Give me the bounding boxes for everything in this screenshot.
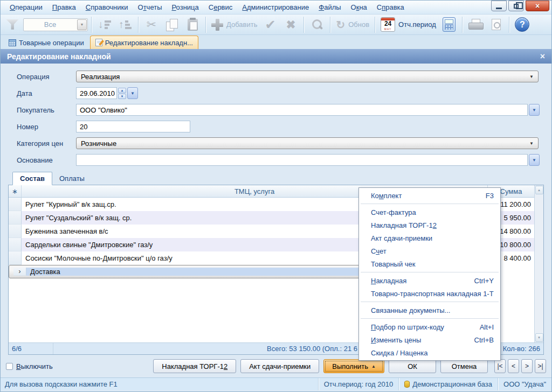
tab-edit-invoice[interactable]: Редактирование накладн... xyxy=(90,36,198,49)
add-button[interactable]: Добавить xyxy=(209,16,259,34)
paste-icon xyxy=(188,19,198,31)
detail-tabs: Состав Оплаты xyxy=(12,171,551,185)
execute-button[interactable]: Выполнить▲ xyxy=(323,359,384,373)
number-field[interactable]: 20 xyxy=(76,121,190,132)
menu-item[interactable]: Акт сдачи-приемки xyxy=(359,232,500,244)
menu-item[interactable]: Счет-фактура xyxy=(359,206,500,219)
record-navigation: |<<>>| xyxy=(494,359,546,373)
report-period-button[interactable]: 24MAY Отч.период xyxy=(378,16,438,34)
operation-select[interactable]: Реализация ▼ xyxy=(76,71,539,82)
restore-button[interactable] xyxy=(508,1,524,11)
menubar-item[interactable]: Окна xyxy=(346,2,372,12)
menubar-item[interactable]: Отчеты xyxy=(133,2,167,12)
disable-checkbox[interactable]: Выключить xyxy=(6,362,53,370)
application-window: ОперацииПравкаСправочникиОтчетыРозницаСе… xyxy=(0,0,552,392)
sort-ascending-button[interactable]: ↑ xyxy=(115,16,135,34)
row-position-indicator: 6/6 xyxy=(9,343,53,354)
chevron-down-icon: ▼ xyxy=(529,141,534,146)
document-close-icon[interactable]: × xyxy=(540,52,545,61)
spinner-down-icon: ▼ xyxy=(118,94,126,99)
cancel-edit-button[interactable]: ✖ xyxy=(281,16,300,34)
menu-item[interactable]: Изменить ценыCtrl+B xyxy=(359,333,500,346)
menubar-item[interactable]: Сервис xyxy=(204,2,238,12)
scroll-down-icon[interactable]: ▼ xyxy=(535,333,543,342)
row-marker xyxy=(9,225,22,238)
menu-item-label: Акт сдачи-приемки xyxy=(371,234,432,242)
print-button[interactable] xyxy=(466,16,485,34)
help-button[interactable]: ? xyxy=(513,16,532,34)
document-action-button[interactable]: Накладная ТОРГ-12 xyxy=(153,359,236,373)
document-action-button[interactable]: Акт сдачи-приемки xyxy=(240,359,319,373)
last-record-button[interactable]: >| xyxy=(535,359,546,373)
ok-button[interactable]: ОК xyxy=(389,359,436,373)
close-button[interactable]: × xyxy=(526,1,549,11)
help-icon: ? xyxy=(515,17,529,32)
vertical-scrollbar[interactable]: ▲ ▼ xyxy=(534,185,543,342)
menubar-item[interactable]: Администрирование xyxy=(237,2,314,12)
status-bar: Для вызова подсказки нажмите F1 Отч.пери… xyxy=(1,377,551,390)
row-marker xyxy=(9,211,22,225)
price-category-select[interactable]: Розничные ▼ xyxy=(76,137,539,149)
buyer-lookup-button[interactable]: ▼ xyxy=(529,104,540,116)
calculator-button[interactable] xyxy=(439,16,459,34)
menu-item[interactable]: Товарный чек xyxy=(359,257,500,270)
sort-descending-button[interactable]: ↓ xyxy=(95,16,114,34)
date-field[interactable]: 29.06.2010 xyxy=(76,87,117,99)
menu-item[interactable]: Товарно-транспортная накладная 1-Т xyxy=(359,287,500,300)
minimize-button[interactable] xyxy=(491,1,507,11)
menubar-item[interactable]: Операции xyxy=(5,2,47,12)
calculator-icon xyxy=(443,17,456,32)
next-record-button[interactable]: > xyxy=(521,359,533,373)
filter-combobox[interactable]: Все ▼ xyxy=(23,18,88,31)
confirm-button[interactable]: ✔ xyxy=(260,16,280,34)
first-record-button[interactable]: |< xyxy=(494,359,506,373)
menu-item-label: Счет-фактура xyxy=(371,208,416,216)
paste-button[interactable] xyxy=(183,16,202,34)
search-button[interactable] xyxy=(307,16,327,34)
menubar-item[interactable]: Справка xyxy=(372,2,409,12)
menubar-item[interactable]: Розница xyxy=(167,2,203,12)
menu-item[interactable]: НакладнаяCtrl+Y xyxy=(359,274,500,287)
chevron-down-icon[interactable]: ▼ xyxy=(77,19,87,30)
menu-item-shortcut: Ctrl+Y xyxy=(468,277,494,285)
menu-item[interactable]: Связанные документы... xyxy=(359,304,500,317)
tab-composition[interactable]: Состав xyxy=(12,172,52,185)
menu-item-label: Товарный чек xyxy=(371,260,415,268)
menu-item-label: Накладная xyxy=(371,277,406,285)
refresh-button[interactable]: ↻ Обнов xyxy=(334,16,371,34)
tab-goods-operations[interactable]: Товарные операции xyxy=(4,37,89,49)
basis-lookup-button[interactable]: ▼ xyxy=(529,154,540,166)
menu-item-label: Товарно-транспортная накладная 1-Т xyxy=(371,290,494,298)
toolbar-separator xyxy=(330,17,330,33)
marker-column-header[interactable]: ∗ xyxy=(9,185,22,198)
menu-item[interactable]: Подбор по штрих-кодуAlt+I xyxy=(359,320,500,333)
menubar-item[interactable]: Файлы xyxy=(314,2,346,12)
buyer-field[interactable]: ООО "Олвико" xyxy=(76,104,528,116)
document-title-bar: Редактирование накладной × xyxy=(1,49,551,64)
menu-item[interactable]: Скидка / Наценка xyxy=(359,346,500,359)
search-icon xyxy=(311,19,323,31)
basis-field[interactable] xyxy=(76,154,528,166)
menu-item-shortcut: Alt+I xyxy=(473,323,494,331)
menubar-item[interactable]: Справочники xyxy=(81,2,133,12)
date-dropdown-button[interactable]: ▼ xyxy=(127,87,138,99)
copy-button[interactable] xyxy=(162,16,182,34)
sort-ascending-icon: ↑ xyxy=(119,19,132,30)
menu-item[interactable]: Накладная ТОРГ-12 xyxy=(359,219,500,232)
cut-button[interactable]: ✂ xyxy=(142,16,161,34)
checkbox-box[interactable] xyxy=(6,363,13,370)
toolbar-separator xyxy=(138,17,139,33)
filter-button[interactable] xyxy=(3,16,22,34)
previous-record-button[interactable]: < xyxy=(508,359,519,373)
cancel-button[interactable]: Отмена xyxy=(440,359,488,373)
scroll-up-icon[interactable]: ▲ xyxy=(535,186,543,194)
menu-item[interactable]: Счет xyxy=(359,244,500,257)
menubar-item[interactable]: Правка xyxy=(47,2,81,12)
date-spinner[interactable]: ▲▼ xyxy=(118,88,126,99)
menu-item[interactable]: КомплектF3 xyxy=(359,189,500,202)
print-preview-button[interactable] xyxy=(486,16,506,34)
invoice-form: Операция Реализация ▼ Дата 29.06.2010 ▲▼… xyxy=(1,64,551,166)
tab-payments[interactable]: Оплаты xyxy=(52,172,92,185)
total-amount: Всего: 53 150.00 (Опл.: 21 6 xyxy=(53,343,358,354)
row-marker: › xyxy=(13,268,26,276)
